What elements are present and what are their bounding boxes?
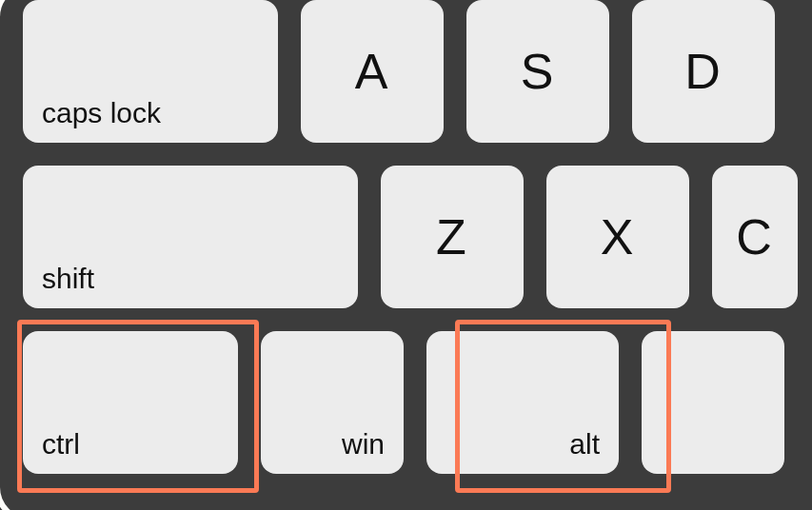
key-label: C: [736, 208, 774, 265]
key-a[interactable]: A: [301, 0, 444, 143]
key-label: S: [521, 43, 556, 100]
key-row-1: caps lock A S D: [0, 0, 812, 166]
key-label: ctrl: [42, 428, 219, 461]
key-row-3: ctrl win alt: [0, 331, 812, 497]
key-d[interactable]: D: [632, 0, 775, 143]
key-label: caps lock: [42, 97, 259, 129]
key-shift[interactable]: shift: [23, 166, 358, 308]
key-label: alt: [569, 428, 600, 461]
keyboard-frame: caps lock A S D shift Z X C ctrl win: [0, 0, 812, 510]
key-c[interactable]: C: [712, 166, 798, 308]
key-x[interactable]: X: [546, 166, 689, 308]
key-label: Z: [436, 208, 468, 265]
key-label: A: [355, 43, 390, 100]
key-alt[interactable]: alt: [426, 331, 619, 474]
key-s[interactable]: S: [466, 0, 609, 143]
key-win[interactable]: win: [261, 331, 404, 474]
key-label: shift: [42, 263, 339, 295]
key-z[interactable]: Z: [381, 166, 524, 308]
key-space[interactable]: [642, 331, 784, 474]
key-label: D: [684, 43, 723, 100]
key-row-2: shift Z X C: [0, 166, 812, 331]
key-ctrl[interactable]: ctrl: [23, 331, 238, 474]
key-caps-lock[interactable]: caps lock: [23, 0, 278, 143]
key-label: X: [601, 208, 636, 265]
key-label: win: [342, 428, 385, 461]
